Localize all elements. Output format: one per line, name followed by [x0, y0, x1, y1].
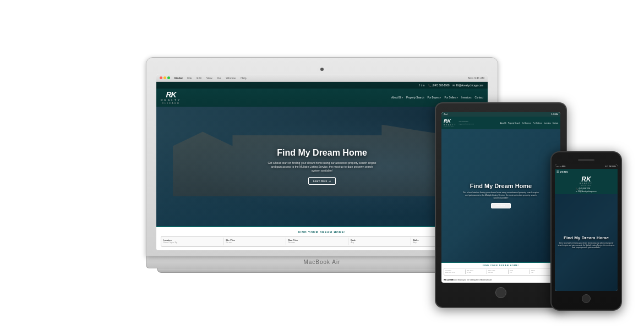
- topbar-email: ✉ Eli@rkrealtychicago.com: [452, 84, 483, 87]
- tablet-logo-rk: RK: [444, 118, 456, 124]
- divider-1: [223, 238, 223, 245]
- location-input[interactable]: Enter City or Zip: [163, 241, 221, 244]
- tablet-hero-content: Find My Dream Home Get a head start on f…: [459, 179, 543, 212]
- social-icons: f t in: [419, 84, 425, 87]
- tablet-search-heading: FIND YOUR DREAM HOME!: [444, 265, 558, 267]
- laptop-model-label: MacBook Air: [303, 259, 340, 265]
- tablet-logo: RK REALTY CHICAGO: [444, 118, 456, 128]
- max-price-input[interactable]: No max: [288, 241, 346, 244]
- phone-hero-subtitle: Get a head start on finding your dream h…: [557, 242, 615, 249]
- tablet-welcome-text: and thank you for visiting the official …: [454, 279, 492, 281]
- minimize-dot: [163, 76, 166, 79]
- tablet-nav-search[interactable]: Property Search: [508, 122, 520, 124]
- tablet-nav-sellers[interactable]: For Sellers ▾: [533, 122, 542, 124]
- phone-screen: ●●●●● BELL 4:21 PM 100% ☰ MENU RK REALTY…: [555, 164, 618, 291]
- nav-about[interactable]: About Eli ▾: [391, 96, 403, 99]
- menu-help: Help: [241, 76, 246, 80]
- tablet-contact-info: (847) 868-1908 Eli@rkrealtychicago.com: [459, 121, 499, 125]
- divider-4: [411, 238, 411, 245]
- location-field: Location Enter City or Zip: [163, 239, 221, 244]
- menubar-clock: Mon 9:41 AM: [468, 76, 484, 80]
- beds-input[interactable]: Any: [351, 241, 408, 244]
- min-price-input[interactable]: No min: [226, 241, 283, 244]
- tablet-hero-button[interactable]: Learn More ›: [491, 203, 510, 208]
- hamburger-icon: ☰: [556, 170, 559, 173]
- facebook-icon: f: [419, 84, 420, 87]
- phone-hero: Find My Dream Home Get a head start on f…: [555, 194, 618, 291]
- chevron-down-icon: ▾: [402, 96, 403, 99]
- tablet-welcome: WELCOME and thank you for visiting the o…: [441, 277, 560, 283]
- min-price-field: Min. Price No min: [226, 239, 283, 244]
- phone-home-button[interactable]: [582, 294, 591, 303]
- phone-number: 📞 (847) 868-1908: [576, 188, 596, 190]
- tablet-nav: About Eli Property Search For Buyers ▾ F…: [500, 122, 558, 124]
- nav-for-sellers[interactable]: For Sellers ▾: [444, 96, 458, 99]
- maximize-dot: [167, 76, 170, 79]
- phone-hero-content: Find My Dream Home Get a head start on f…: [555, 234, 618, 251]
- laptop-camera: [320, 68, 324, 71]
- tablet-beds-val: Any: [510, 272, 528, 273]
- divider-2: [286, 238, 286, 245]
- phone-hero-title: Find My Dream Home: [557, 236, 615, 241]
- tablet-search-bar: Location Enter City or Zip Min. Price No…: [444, 268, 558, 276]
- phone-website: ●●●●● BELL 4:21 PM 100% ☰ MENU RK REALTY…: [555, 164, 618, 291]
- tablet-beds-field: Beds Any: [510, 270, 528, 273]
- arrow-icon: ➜: [329, 179, 331, 183]
- hero-title: Find My Dream Home: [267, 148, 377, 158]
- tablet-status-right: 9:41 AM: [551, 113, 558, 116]
- phone-icon: 📞: [428, 84, 432, 87]
- tablet-baths-field: Baths Any: [531, 270, 550, 273]
- phone-statusbar: ●●●●● BELL 4:21 PM 100%: [555, 164, 618, 169]
- nav-property-search[interactable]: Property Search: [406, 96, 424, 99]
- menu-edit: Edit: [197, 76, 201, 80]
- tablet-screen: iPad 9:41 AM RK REALTY CHICAGO (847) 868…: [441, 112, 560, 283]
- tablet-frame: iPad 9:41 AM RK REALTY CHICAGO (847) 868…: [435, 102, 567, 308]
- tablet-nav-investors[interactable]: Investors: [544, 122, 550, 124]
- tablet-divider-4: [530, 270, 530, 274]
- logo-rk-text: RK: [166, 91, 176, 98]
- hero-content: Find My Dream Home Get a head start on f…: [261, 142, 383, 190]
- menubar-items: File Edit View Go Window Help: [185, 76, 246, 80]
- macos-menubar: Finder File Edit View Go Window Help Mon…: [156, 74, 488, 82]
- tablet-arrow-icon: ›: [506, 205, 506, 207]
- phone-menubar: ☰ MENU: [555, 169, 618, 174]
- menu-view: View: [206, 76, 212, 80]
- tablet-nav-about[interactable]: About Eli: [500, 122, 506, 124]
- tablet-welcome-bold: WELCOME: [444, 279, 454, 281]
- chevron-down-icon-2: ▾: [440, 96, 441, 99]
- tablet-website: iPad 9:41 AM RK REALTY CHICAGO (847) 868…: [441, 112, 560, 283]
- phone-signal: ●●●●● BELL: [556, 166, 566, 168]
- tablet-header: RK REALTY CHICAGO (847) 868-1908 Eli@rkr…: [441, 117, 560, 129]
- twitter-icon: t: [421, 84, 422, 87]
- finder-label: Finder: [174, 76, 183, 80]
- tablet-max-price-val: No max: [488, 272, 507, 273]
- tablet-hero-subtitle: Get a head start on finding your dream h…: [462, 191, 539, 200]
- close-dot: [160, 76, 162, 79]
- hero-subtitle: Get a head start on finding your dream h…: [267, 161, 377, 173]
- email-icon: ✉: [452, 84, 455, 87]
- scene: Finder File Edit View Go Window Help Mon…: [0, 0, 644, 330]
- menu-file: File: [187, 76, 192, 80]
- nav-for-buyers[interactable]: For Buyers ▾: [427, 96, 441, 99]
- phone-menu-label: MENU: [560, 170, 569, 173]
- tablet-home-button[interactable]: [495, 287, 506, 298]
- tablet-nav-buyers[interactable]: For Buyers ▾: [522, 122, 532, 124]
- tablet-location-input[interactable]: Enter City or Zip: [445, 272, 464, 273]
- hero-cta-button[interactable]: Learn More ➜: [308, 177, 336, 185]
- logo-chicago-text: CHICAGO: [162, 102, 180, 105]
- linkedin-icon: in: [423, 84, 425, 87]
- tablet-hero: Find My Dream Home Get a head start on f…: [441, 129, 560, 262]
- tablet-baths-val: Any: [531, 272, 550, 273]
- phone-speaker: [578, 159, 594, 161]
- nav-investors[interactable]: Investors: [461, 96, 471, 99]
- tablet-divider-3: [508, 270, 509, 274]
- site-logo: RK REALTY CHICAGO: [161, 91, 181, 105]
- tablet-max-price-field: Max. Price No max: [488, 270, 507, 273]
- site-topbar: f t in 📞 (847) 868-1908 ✉: [156, 82, 488, 89]
- tablet-status-left: iPad: [444, 113, 447, 116]
- phone-logo-rk: RK: [581, 176, 591, 183]
- tablet-location-field: Location Enter City or Zip: [445, 270, 464, 273]
- tablet-statusbar: iPad 9:41 AM: [441, 112, 560, 117]
- nav-contact[interactable]: Contact: [474, 96, 483, 99]
- tablet-nav-contact[interactable]: Contact: [553, 122, 558, 124]
